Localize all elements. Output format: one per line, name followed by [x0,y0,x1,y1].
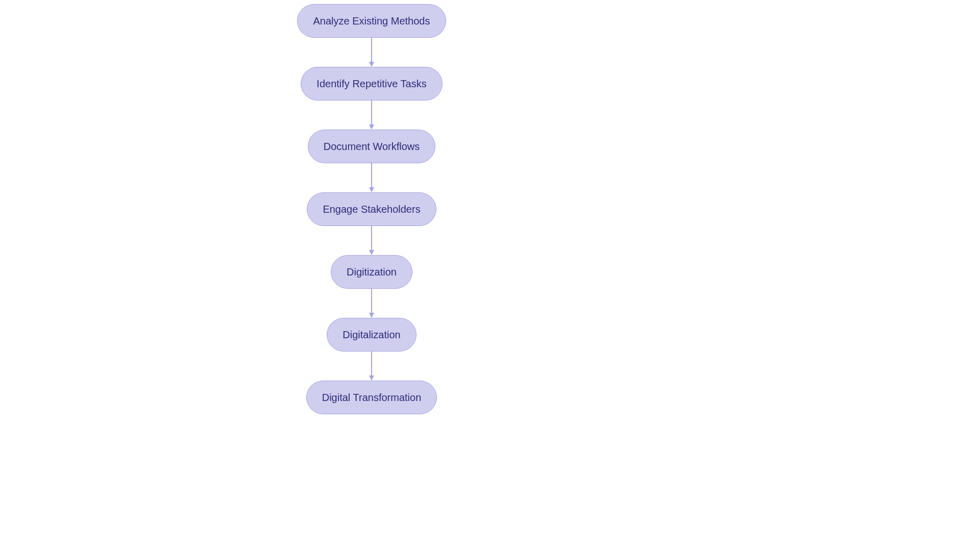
flowchart-diagram: Analyze Existing Methods Identify Repeti… [0,0,980,551]
flow-node-engage-stakeholders: Engage Stakeholders [307,192,436,226]
flow-node-document-workflows: Document Workflows [308,130,436,163]
flow-node-identify-repetitive-tasks: Identify Repetitive Tasks [301,67,442,101]
flow-node-digital-transformation: Digital Transformation [306,381,437,414]
flow-node-digitization: Digitization [331,255,412,289]
connectors-layer [0,0,980,551]
flow-node-analyze-existing-methods: Analyze Existing Methods [297,4,446,38]
flow-node-digitalization: Digitalization [327,318,416,352]
